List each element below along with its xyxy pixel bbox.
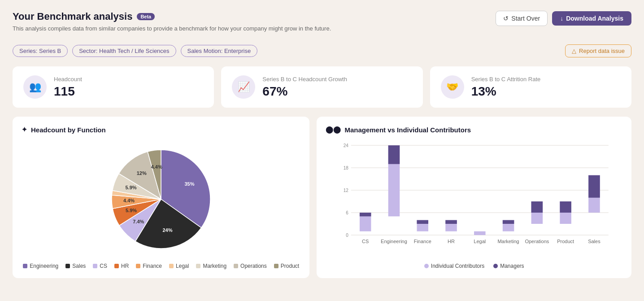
svg-rect-22 bbox=[388, 145, 400, 164]
pie-legend-item: Product bbox=[274, 263, 299, 269]
warning-icon: △ bbox=[572, 48, 576, 54]
svg-text:5.9%: 5.9% bbox=[126, 185, 137, 190]
pie-chart-svg: 35%24%7.4%5.9%4.4%5.9%12%4.4% bbox=[103, 141, 219, 257]
pie-legend-item: Operations bbox=[234, 263, 267, 269]
headcount-icon: 👥 bbox=[23, 75, 47, 99]
pie-legend-item: Marketing bbox=[196, 263, 226, 269]
svg-rect-19 bbox=[360, 213, 371, 216]
svg-text:4.4%: 4.4% bbox=[123, 198, 135, 203]
pie-legend-item: CS bbox=[93, 263, 107, 269]
filters-row: Series: Series B Sector: Health Tech / L… bbox=[13, 44, 631, 57]
bar-legend-item: Managers bbox=[493, 263, 524, 269]
beta-badge: Beta bbox=[137, 13, 155, 20]
charts-row: ✦ Headcount by Function 35%24%7.4%5.9%4.… bbox=[13, 117, 631, 278]
svg-rect-43 bbox=[589, 175, 600, 198]
svg-text:Finance: Finance bbox=[414, 239, 431, 244]
report-issue-label: Report data issue bbox=[579, 48, 625, 54]
filter-tags: Series: Series B Sector: Health Tech / L… bbox=[13, 45, 257, 57]
pie-legend-item: HR bbox=[114, 263, 129, 269]
svg-text:0: 0 bbox=[346, 233, 349, 238]
svg-text:Sales: Sales bbox=[588, 239, 601, 244]
svg-text:35%: 35% bbox=[185, 181, 195, 187]
svg-text:Engineering: Engineering bbox=[381, 239, 408, 244]
subtitle: This analysis compiles data from similar… bbox=[13, 25, 331, 32]
title-row: Your Benchmark analysis Beta bbox=[13, 11, 331, 22]
svg-text:12: 12 bbox=[344, 188, 349, 193]
growth-info: Series B to C Headcount Growth 67% bbox=[262, 76, 347, 99]
kpi-row: 👥 Headcount 115 📈 Series B to C Headcoun… bbox=[13, 66, 631, 108]
growth-icon: 📈 bbox=[232, 75, 255, 99]
svg-text:5.9%: 5.9% bbox=[126, 208, 137, 213]
header-actions: ↺ Start Over ↓ Download Analysis bbox=[496, 11, 631, 26]
svg-rect-25 bbox=[417, 220, 429, 224]
growth-value: 67% bbox=[262, 84, 347, 99]
svg-text:12%: 12% bbox=[137, 170, 147, 176]
headcount-by-function-title: ✦ Headcount by Function bbox=[22, 126, 300, 134]
pie-legend-item: Finance bbox=[136, 263, 162, 269]
bar-chart-svg: 06121824CSEngineeringFinanceHRLegalMarke… bbox=[329, 141, 619, 257]
report-data-issue-button[interactable]: △ Report data issue bbox=[565, 44, 631, 57]
svg-rect-37 bbox=[531, 201, 543, 213]
svg-rect-28 bbox=[446, 220, 457, 224]
svg-text:Operations: Operations bbox=[525, 239, 549, 244]
pie-legend: EngineeringSalesCSHRFinanceLegalMarketin… bbox=[23, 263, 299, 269]
svg-text:HR: HR bbox=[448, 239, 455, 244]
download-button[interactable]: ↓ Download Analysis bbox=[552, 11, 631, 26]
start-over-label: Start Over bbox=[511, 15, 540, 22]
attrition-icon: 🤝 bbox=[441, 75, 464, 99]
svg-text:24: 24 bbox=[344, 143, 349, 148]
pie-chart-container: 35%24%7.4%5.9%4.4%5.9%12%4.4% Engineerin… bbox=[22, 141, 300, 269]
bar-legend: Individual ContributorsManagers bbox=[326, 263, 622, 269]
management-vs-ic-title: ⬤⬤ Management vs Individual Contributors bbox=[326, 126, 622, 134]
svg-text:18: 18 bbox=[344, 166, 349, 170]
download-icon: ↓ bbox=[560, 15, 563, 22]
svg-text:24%: 24% bbox=[163, 227, 173, 233]
attrition-info: Series B to C Attrition Rate 13% bbox=[471, 76, 541, 99]
svg-text:Product: Product bbox=[557, 239, 574, 244]
filter-sector[interactable]: Sector: Health Tech / Life Sciences bbox=[72, 45, 176, 57]
svg-text:6: 6 bbox=[346, 210, 349, 215]
headcount-label: Headcount bbox=[54, 76, 82, 83]
bar-chart-icon: ⬤⬤ bbox=[326, 126, 341, 134]
management-vs-ic-card: ⬤⬤ Management vs Individual Contributors… bbox=[317, 117, 631, 278]
growth-label: Series B to C Headcount Growth bbox=[262, 76, 347, 83]
pie-legend-item: Legal bbox=[169, 263, 189, 269]
svg-rect-34 bbox=[503, 220, 514, 224]
svg-rect-40 bbox=[560, 201, 572, 213]
bar-legend-item: Individual Contributors bbox=[424, 263, 484, 269]
pie-legend-item: Engineering bbox=[23, 263, 58, 269]
svg-text:CS: CS bbox=[362, 239, 369, 244]
headcount-info: Headcount 115 bbox=[54, 76, 82, 99]
attrition-label: Series B to C Attrition Rate bbox=[471, 76, 541, 83]
svg-text:Marketing: Marketing bbox=[498, 239, 519, 244]
download-label: Download Analysis bbox=[566, 15, 623, 22]
filter-series[interactable]: Series: Series B bbox=[13, 45, 68, 57]
svg-text:4.4%: 4.4% bbox=[151, 164, 162, 170]
pie-chart-icon: ✦ bbox=[22, 126, 27, 134]
headcount-value: 115 bbox=[54, 84, 82, 99]
page-title: Your Benchmark analysis bbox=[13, 11, 132, 22]
headcount-by-function-card: ✦ Headcount by Function 35%24%7.4%5.9%4.… bbox=[13, 117, 309, 278]
kpi-attrition: 🤝 Series B to C Attrition Rate 13% bbox=[430, 66, 631, 108]
refresh-icon: ↺ bbox=[503, 15, 509, 22]
kpi-growth: 📈 Series B to C Headcount Growth 67% bbox=[221, 66, 422, 108]
filter-sales-motion[interactable]: Sales Motion: Enterprise bbox=[181, 45, 258, 57]
svg-text:Legal: Legal bbox=[474, 239, 486, 244]
attrition-value: 13% bbox=[471, 84, 541, 99]
pie-legend-item: Sales bbox=[65, 263, 86, 269]
page-header: Your Benchmark analysis Beta This analys… bbox=[13, 11, 631, 32]
start-over-button[interactable]: ↺ Start Over bbox=[496, 11, 548, 26]
bar-chart-area: 06121824CSEngineeringFinanceHRLegalMarke… bbox=[326, 141, 622, 259]
kpi-headcount: 👥 Headcount 115 bbox=[13, 66, 214, 108]
svg-rect-30 bbox=[474, 231, 486, 235]
svg-text:7.4%: 7.4% bbox=[133, 219, 144, 224]
title-section: Your Benchmark analysis Beta This analys… bbox=[13, 11, 331, 32]
